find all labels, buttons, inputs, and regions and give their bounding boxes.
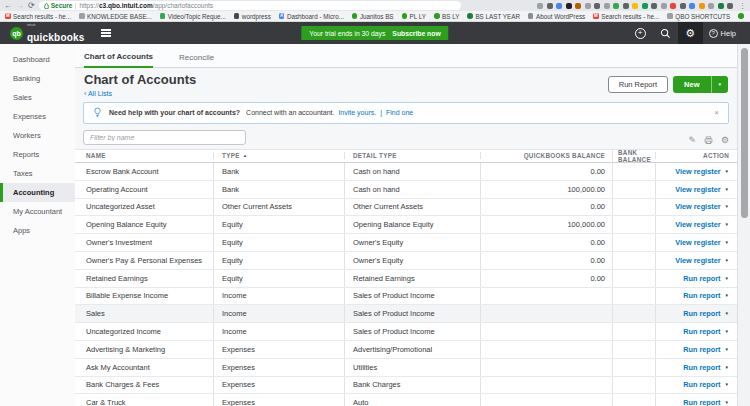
row-action-caret-icon[interactable]: ▼ bbox=[725, 276, 729, 281]
sidebar-item-dashboard[interactable]: Dashboard bbox=[0, 50, 75, 69]
table-row[interactable]: Billable Expense Income Income Sales of … bbox=[75, 288, 737, 306]
table-row[interactable]: Owner's Pay & Personal Expenses Equity O… bbox=[75, 252, 737, 270]
quickbooks-logo[interactable]: qb intuit quickbooks bbox=[10, 23, 85, 44]
search-button[interactable] bbox=[653, 22, 678, 44]
table-row[interactable]: Retained Earnings Equity Retained Earnin… bbox=[75, 270, 737, 288]
row-action-link[interactable]: View register bbox=[675, 202, 720, 211]
sidebar-item-reports[interactable]: Reports bbox=[0, 145, 75, 164]
edit-pencil-icon[interactable]: ✎ bbox=[688, 136, 696, 145]
row-action-caret-icon[interactable]: ▼ bbox=[725, 187, 729, 192]
extension-icon[interactable] bbox=[613, 3, 619, 9]
secure-badge[interactable]: Secure bbox=[44, 2, 73, 9]
tab-chart-of-accounts[interactable]: Chart of Accounts bbox=[84, 52, 153, 68]
bookmark-item[interactable]: A Dashboard - Micro... bbox=[279, 13, 344, 20]
bookmark-item[interactable]: BS LY bbox=[434, 13, 459, 20]
header-quickbooks-balance[interactable]: QUICKBOOKS BALANCE bbox=[480, 152, 612, 159]
browser-back-icon[interactable]: ← bbox=[4, 2, 12, 10]
sidebar-item-banking[interactable]: Banking bbox=[0, 69, 75, 88]
filter-by-name-input[interactable] bbox=[83, 130, 246, 145]
sidebar-item-workers[interactable]: Workers bbox=[0, 126, 75, 145]
browser-reload-icon[interactable]: ⟳ bbox=[28, 2, 35, 10]
bookmark-item[interactable]: QBO SHORTCUTS bbox=[667, 13, 730, 20]
table-row[interactable]: Sales Income Sales of Product Income Run… bbox=[75, 305, 737, 323]
table-row[interactable]: Uncategorized Income Income Sales of Pro… bbox=[75, 323, 737, 341]
header-bank-balance[interactable]: BANK BALANCE bbox=[612, 149, 655, 163]
bookmark-item[interactable]: KNOWLEDGE BASE... bbox=[79, 13, 152, 20]
bookmark-item[interactable]: Juanitos BS bbox=[352, 13, 394, 20]
extension-icon[interactable] bbox=[575, 3, 581, 9]
header-type[interactable]: TYPE▲ bbox=[213, 152, 345, 159]
new-dropdown-caret-icon[interactable]: ▼ bbox=[711, 76, 728, 93]
bookmark-item[interactable]: M Search results - he... bbox=[593, 13, 659, 20]
extension-icon[interactable] bbox=[547, 3, 553, 9]
extension-icon[interactable] bbox=[708, 3, 714, 9]
row-action-caret-icon[interactable]: ▼ bbox=[725, 311, 729, 316]
extension-icon[interactable] bbox=[632, 3, 638, 9]
table-row[interactable]: Opening Balance Equity Equity Opening Ba… bbox=[75, 216, 737, 234]
table-row[interactable]: Bank Charges & Fees Expenses Bank Charge… bbox=[75, 377, 737, 395]
sidebar-item-taxes[interactable]: Taxes bbox=[0, 164, 75, 183]
extension-icon[interactable] bbox=[718, 3, 724, 9]
row-action-link[interactable]: View register bbox=[675, 256, 720, 265]
bookmark-item[interactable]: PL LY bbox=[402, 13, 426, 20]
row-action-caret-icon[interactable]: ▼ bbox=[725, 204, 729, 209]
table-row[interactable]: Operating Account Bank Cash on hand 100,… bbox=[75, 181, 737, 199]
browser-forward-icon[interactable]: → bbox=[16, 2, 24, 10]
row-action-link[interactable]: View register bbox=[675, 185, 720, 194]
sidebar-item-sales[interactable]: Sales bbox=[0, 88, 75, 107]
row-action-link[interactable]: Run report bbox=[683, 345, 720, 354]
bookmark-item[interactable]: Video/Topic Reque... bbox=[160, 13, 226, 20]
extension-icon[interactable] bbox=[556, 3, 562, 9]
browser-menu-icon[interactable]: ⋮ bbox=[739, 2, 746, 9]
row-action-link[interactable]: View register bbox=[675, 220, 720, 229]
row-action-caret-icon[interactable]: ▼ bbox=[725, 347, 729, 352]
banner-close-icon[interactable]: × bbox=[714, 108, 719, 117]
subscribe-now-button[interactable]: Subscribe now bbox=[392, 30, 440, 37]
create-new-button[interactable]: + bbox=[628, 22, 653, 44]
table-row[interactable]: Advertising & Marketing Expenses Adverti… bbox=[75, 341, 737, 359]
table-settings-gear-icon[interactable]: ⚙ bbox=[721, 136, 729, 145]
row-action-caret-icon[interactable]: ▼ bbox=[725, 169, 729, 174]
vertical-scrollbar[interactable] bbox=[737, 44, 750, 406]
print-icon[interactable] bbox=[704, 136, 713, 145]
scrollbar-thumb[interactable] bbox=[741, 48, 748, 218]
row-action-caret-icon[interactable]: ▼ bbox=[725, 365, 729, 370]
row-action-link[interactable]: Run report bbox=[683, 380, 720, 389]
extension-icon[interactable] bbox=[594, 3, 600, 9]
all-lists-link[interactable]: ‹ All Lists bbox=[84, 90, 196, 97]
table-row[interactable]: Uncategorized Asset Other Current Assets… bbox=[75, 199, 737, 217]
extension-icon[interactable] bbox=[623, 3, 629, 9]
row-action-link[interactable]: Run report bbox=[683, 398, 720, 406]
row-action-link[interactable]: Run report bbox=[683, 309, 720, 318]
sidebar-item-accounting[interactable]: Accounting bbox=[0, 183, 75, 202]
sidebar-item-apps[interactable]: Apps bbox=[0, 221, 75, 240]
row-action-link[interactable]: Run report bbox=[683, 274, 720, 283]
extension-icon[interactable] bbox=[670, 3, 676, 9]
find-one-link[interactable]: Find one bbox=[386, 109, 413, 116]
bookmark-item[interactable] bbox=[738, 13, 746, 19]
bookmark-item[interactable]: About WordPress bbox=[528, 13, 585, 20]
help-button[interactable]: ? Help bbox=[703, 29, 740, 38]
new-button[interactable]: New ▼ bbox=[673, 76, 728, 93]
tab-reconcile[interactable]: Reconcile bbox=[179, 53, 214, 67]
bookmark-item[interactable]: M Search results - he... bbox=[5, 13, 71, 20]
new-button-label[interactable]: New bbox=[673, 76, 710, 93]
invite-yours-link[interactable]: Invite yours. bbox=[338, 109, 376, 116]
row-action-caret-icon[interactable]: ▼ bbox=[725, 240, 729, 245]
header-detail-type[interactable]: DETAIL TYPE bbox=[345, 152, 480, 159]
hamburger-menu-icon[interactable] bbox=[101, 29, 111, 36]
row-action-caret-icon[interactable]: ▼ bbox=[725, 293, 729, 298]
row-action-caret-icon[interactable]: ▼ bbox=[725, 258, 729, 263]
row-action-link[interactable]: Run report bbox=[683, 291, 720, 300]
extension-icon[interactable] bbox=[651, 3, 657, 9]
sidebar-item-expenses[interactable]: Expenses bbox=[0, 107, 75, 126]
bookmark-item[interactable]: wordpress bbox=[234, 13, 271, 20]
table-row[interactable]: Escrow Bank Account Bank Cash on hand 0.… bbox=[75, 163, 737, 181]
row-action-caret-icon[interactable]: ▼ bbox=[725, 222, 729, 227]
sidebar-item-my-accountant[interactable]: My Accountant bbox=[0, 202, 75, 221]
extension-icon[interactable] bbox=[537, 3, 543, 9]
row-action-link[interactable]: View register bbox=[675, 238, 720, 247]
extension-icon[interactable] bbox=[727, 3, 733, 9]
row-action-caret-icon[interactable]: ▼ bbox=[725, 382, 729, 387]
extension-icon[interactable] bbox=[699, 3, 705, 9]
